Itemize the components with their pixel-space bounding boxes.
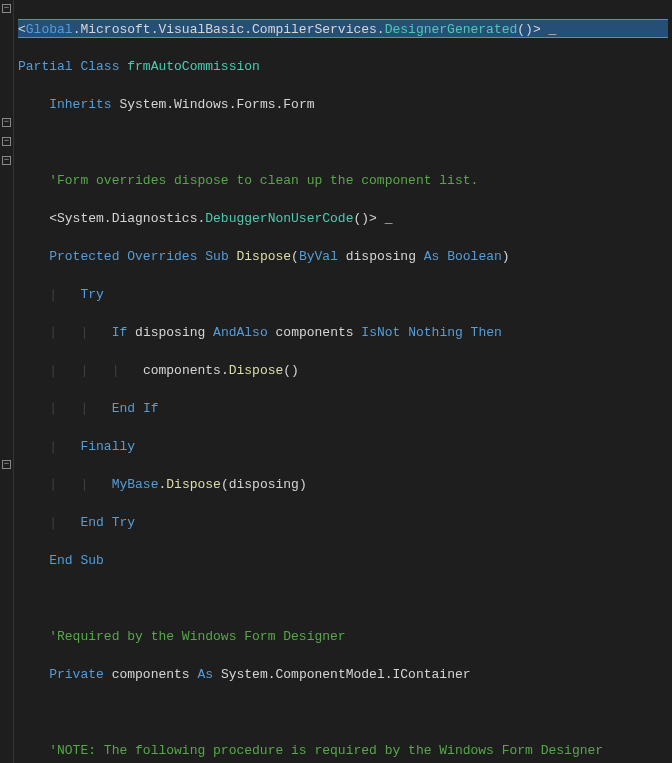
fold-toggle[interactable]	[2, 118, 11, 127]
fold-toggle[interactable]	[2, 4, 11, 13]
code-line[interactable]: End Sub	[18, 551, 668, 570]
code-line[interactable]: | | MyBase.Dispose(disposing)	[18, 475, 668, 494]
code-line[interactable]	[18, 589, 668, 608]
code-line[interactable]	[18, 703, 668, 722]
code-line[interactable]: | Finally	[18, 437, 668, 456]
code-line[interactable]: | | End If	[18, 399, 668, 418]
code-line[interactable]: Private components As System.ComponentMo…	[18, 665, 668, 684]
code-line[interactable]: | | If disposing AndAlso components IsNo…	[18, 323, 668, 342]
code-line[interactable]: 'NOTE: The following procedure is requir…	[18, 741, 668, 760]
code-line[interactable]: 'Form overrides dispose to clean up the …	[18, 171, 668, 190]
code-line[interactable]: | | | components.Dispose()	[18, 361, 668, 380]
code-line[interactable]: Protected Overrides Sub Dispose(ByVal di…	[18, 247, 668, 266]
fold-gutter	[0, 0, 14, 763]
code-line[interactable]: Inherits System.Windows.Forms.Form	[18, 95, 668, 114]
code-editor[interactable]: <Global.Microsoft.VisualBasic.CompilerSe…	[0, 0, 672, 763]
fold-toggle[interactable]	[2, 156, 11, 165]
code-line[interactable]: Partial Class frmAutoCommission	[18, 57, 668, 76]
code-area[interactable]: <Global.Microsoft.VisualBasic.CompilerSe…	[14, 0, 672, 763]
code-line[interactable]: <System.Diagnostics.DebuggerNonUserCode(…	[18, 209, 668, 228]
code-line[interactable]: | End Try	[18, 513, 668, 532]
fold-toggle[interactable]	[2, 460, 11, 469]
code-line[interactable]: 'Required by the Windows Form Designer	[18, 627, 668, 646]
code-line[interactable]: <Global.Microsoft.VisualBasic.CompilerSe…	[18, 19, 668, 38]
code-line[interactable]	[18, 133, 668, 152]
fold-toggle[interactable]	[2, 137, 11, 146]
code-line[interactable]: | Try	[18, 285, 668, 304]
